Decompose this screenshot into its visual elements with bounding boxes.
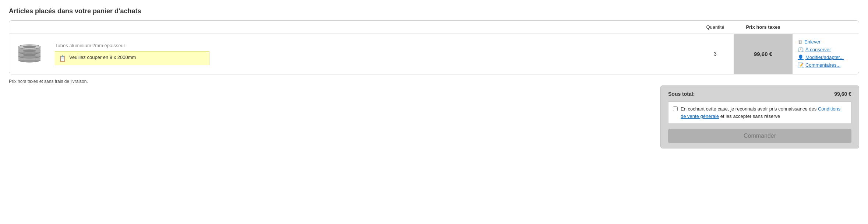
comments-link[interactable]: 📝 Commentaires... bbox=[798, 62, 854, 68]
col-header-price: Prix hors taxes bbox=[734, 21, 793, 34]
remove-label: Enlever bbox=[804, 39, 821, 45]
commander-button[interactable]: Commander bbox=[668, 129, 851, 143]
price-note: Prix hors taxes et sans frais de livrais… bbox=[9, 79, 859, 84]
summary-total-row: Sous total: 99,60 € bbox=[668, 91, 851, 97]
page-title: Articles placés dans votre panier d'acha… bbox=[9, 7, 859, 15]
save-link[interactable]: 🕐 À conserver bbox=[798, 47, 854, 52]
note-icon: 📋 bbox=[59, 55, 66, 62]
terms-before: En cochant cette case, je reconnais avoi… bbox=[681, 106, 818, 112]
comment-icon: 📝 bbox=[798, 62, 804, 68]
product-image-cell bbox=[9, 34, 50, 74]
modify-link[interactable]: 👤 Modifier/adapter... bbox=[798, 55, 854, 60]
note-text: Veuillez couper en 9 x 2000mm bbox=[69, 55, 136, 60]
summary-box: Sous total: 99,60 € En cochant cette cas… bbox=[660, 85, 859, 148]
clock-icon: 🕐 bbox=[798, 47, 804, 52]
terms-after: et les accepter sans réserve bbox=[719, 113, 780, 119]
terms-box: En cochant cette case, je reconnais avoi… bbox=[668, 101, 851, 124]
product-price-cell: 99,60 € bbox=[734, 34, 793, 74]
product-quantity-cell: 3 bbox=[697, 34, 734, 74]
col-header-desc bbox=[50, 21, 697, 34]
product-description-cell: Tubes aluminium 2mm épaisseur 📋 Veuillez… bbox=[50, 34, 697, 74]
save-label: À conserver bbox=[805, 47, 831, 52]
trash-icon: 🗑 bbox=[798, 39, 802, 45]
note-box: 📋 Veuillez couper en 9 x 2000mm bbox=[55, 51, 209, 65]
col-header-quantity: Quantité bbox=[697, 21, 734, 34]
table-row: Tubes aluminium 2mm épaisseur 📋 Veuillez… bbox=[9, 34, 859, 74]
bottom-section: Sous total: 99,60 € En cochant cette cas… bbox=[9, 85, 859, 148]
terms-text: En cochant cette case, je reconnais avoi… bbox=[681, 105, 847, 120]
cart-table: Quantité Prix hors taxes bbox=[9, 21, 859, 74]
svg-point-9 bbox=[23, 45, 36, 48]
comments-label: Commentaires... bbox=[805, 62, 840, 68]
product-name: Tubes aluminium 2mm épaisseur bbox=[55, 43, 692, 48]
col-header-actions bbox=[793, 21, 859, 34]
cart-table-wrapper: Quantité Prix hors taxes bbox=[9, 20, 859, 74]
svg-point-10 bbox=[23, 49, 36, 52]
col-header-image bbox=[9, 21, 50, 34]
terms-checkbox[interactable] bbox=[673, 106, 678, 111]
product-image bbox=[17, 44, 42, 63]
remove-link[interactable]: 🗑 Enlever bbox=[798, 39, 854, 45]
modify-label: Modifier/adapter... bbox=[805, 55, 844, 60]
person-icon: 👤 bbox=[798, 55, 804, 60]
svg-point-11 bbox=[23, 53, 36, 56]
product-actions-cell: 🗑 Enlever 🕐 À conserver 👤 Modifier/adapt… bbox=[793, 34, 859, 74]
subtotal-label: Sous total: bbox=[668, 91, 695, 97]
subtotal-value: 99,60 € bbox=[834, 91, 851, 97]
